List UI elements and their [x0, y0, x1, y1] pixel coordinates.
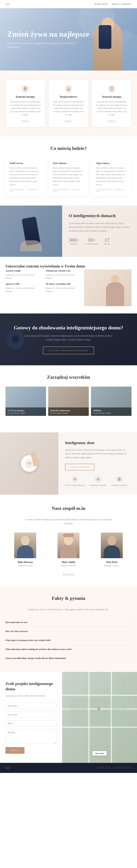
- feature-3-label: Inteligentne aplikacje: [111, 484, 127, 487]
- member-3-role: Interplant Architect: [92, 564, 132, 567]
- road-h-3: [62, 695, 137, 696]
- footer-link-home[interactable]: HOME PAGE: [98, 767, 110, 769]
- about-section: O inteligentnych domach Lorem ipsum dolo…: [0, 206, 137, 257]
- feature-2-label: Zarządzanie centralnie: [90, 484, 106, 487]
- navbar: logo HOME PAGE ABOUT COMPANY: [0, 0, 137, 8]
- ui3-title: Aparat 6,5 MP: [5, 283, 40, 285]
- nav-logo: logo: [5, 3, 10, 5]
- mi1-sub: Ut all an animoc situbel.: [8, 412, 44, 414]
- universal-item-3: Aparat 6,5 MP Sample text. Click to sele…: [5, 283, 40, 293]
- map-label: New York: [92, 751, 107, 755]
- mi2-sub: Ut all an animoc situbel.: [50, 412, 87, 414]
- stat-1-label: Klientów: [69, 243, 79, 245]
- faq-chevron-2: +: [130, 630, 132, 633]
- universal-item-4: 10-calowy wyświetlacz HD Sample text. Cl…: [46, 283, 80, 293]
- see-more-button[interactable]: ZOBACZ WIĘCEJ: [65, 464, 94, 470]
- feature-3-icon: [116, 476, 123, 483]
- form-phone-input[interactable]: [5, 720, 57, 726]
- about-text: Lorem ipsum dolor sit amet, consectetur …: [69, 221, 130, 232]
- card-3-icon: [108, 85, 116, 93]
- t3-text: Proin sed libero enim sed faucibus turpi…: [96, 166, 128, 186]
- product-section: Inteligentny dom Sample text. Click to s…: [0, 432, 137, 495]
- contact-form-side: Zrób projekt inteligentnego domu Sample …: [0, 672, 62, 763]
- t3-name: Olga Ivanova: [96, 162, 128, 165]
- form-message-input[interactable]: [5, 729, 57, 744]
- universal-image: [84, 270, 132, 306]
- nav-home[interactable]: HOME PAGE: [94, 3, 107, 5]
- card-2-text: Duis aute irure dolor in reprehenderit i…: [53, 100, 84, 116]
- product-image: [0, 432, 58, 495]
- map-block-1: [90, 698, 109, 707]
- team-title: Nasz zespół m.in: [5, 506, 132, 511]
- card-1-title: Kontrola dostępu: [9, 95, 41, 98]
- faq-item-2[interactable]: How Are Your Services? +: [5, 627, 132, 636]
- card-1-link[interactable]: WIĘCEJ: [21, 120, 29, 122]
- feature-2-icon: [95, 476, 101, 483]
- svg-rect-11: [119, 480, 120, 480]
- form-submit-button[interactable]: APPLY: [5, 747, 25, 754]
- map-pin: [97, 707, 100, 710]
- cta-button[interactable]: UZYSKAJ BEZPŁATNĄ WYCENĘ: [43, 347, 94, 354]
- ui4-text: Sample text. Click to select the Text El…: [46, 286, 80, 293]
- road-v-1: [88, 672, 90, 763]
- cta-title: Gotowy do zbudowania inteligentniejszego…: [7, 324, 130, 331]
- faq-q4[interactable]: What education and/or training do you ha…: [5, 648, 132, 651]
- feature-2: Zarządzanie centralnie: [90, 476, 106, 487]
- form-email-group: [5, 712, 57, 718]
- hero-content: Zmień żywo na najlepsze Proin sed libero…: [7, 30, 89, 49]
- faq-q5[interactable]: Nam at orci nibh diam. Integer iaculis d…: [5, 657, 132, 660]
- testimonials-row: Shelli Larson Proin sed libero enim sed …: [5, 158, 132, 196]
- form-message-group: [5, 729, 57, 745]
- road-h-2: [62, 726, 137, 728]
- testimonials-section: Co mówią ludzie? Shelli Larson Proin sed…: [0, 136, 137, 206]
- testimonial-3: Olga Ivanova Proin sed libero enim sed f…: [92, 158, 132, 196]
- faq-q5-text: Nam at orci nibh diam. Integer iaculis d…: [5, 657, 66, 660]
- product-text: Sample text. Click to select the Text El…: [65, 448, 130, 459]
- footer-logo: logo: [5, 767, 9, 769]
- faq-item-3[interactable]: What types of customers have you worked …: [5, 636, 132, 645]
- faq-q1[interactable]: How much does it cost? +: [5, 621, 132, 624]
- about-content: O inteligentnych domach Lorem ipsum dolo…: [62, 206, 137, 257]
- team-member-3: Nick Dark Interplant Architect: [92, 533, 132, 567]
- manage-img-1: CCTV na zewnątrz Ut all an animoc sitube…: [5, 386, 46, 416]
- faq-q3[interactable]: What types of customers have you worked …: [5, 639, 132, 642]
- stat-2-label: Lat doświadczenia: [85, 243, 98, 245]
- speaker-center: [12, 336, 19, 343]
- t2-text: Proin sed libero enim sed faucibus turpi…: [53, 166, 84, 186]
- card-3-link[interactable]: WIĘCEJ: [108, 120, 116, 122]
- manage-img-2-label: Kontroler temperatury Ut all an animoc s…: [48, 407, 89, 416]
- ui1-title: Asystent Google: [5, 270, 40, 272]
- testimonials-title: Co mówią ludzie?: [5, 146, 132, 151]
- faq-item-1[interactable]: How much does it cost? +: [5, 618, 132, 627]
- footer-link-about[interactable]: ABOUT COMPANY: [113, 767, 132, 769]
- t1-name: Shelli Larson: [9, 162, 41, 165]
- form-phone-group: [5, 720, 57, 726]
- stat-1-num: 300+: [69, 237, 79, 243]
- stat-3-label: Nagrody: [104, 243, 110, 245]
- nav-about[interactable]: ABOUT COMPANY: [112, 3, 132, 5]
- t3-meta: TOPENDORSEER · 5 CZERWIEC 2024: [96, 189, 128, 192]
- card-2-link[interactable]: WIĘCEJ: [65, 120, 72, 122]
- faq-item-5[interactable]: Nam at orci nibh diam. Integer iaculis d…: [5, 654, 132, 663]
- manage-img-3: TelDisma Ut all an animoc situbel.: [91, 386, 132, 416]
- m3-head: [107, 536, 116, 546]
- form-name-input[interactable]: [5, 703, 57, 709]
- faq-item-4[interactable]: What education and/or training do you ha…: [5, 645, 132, 654]
- mi3-label: TelDisma: [93, 409, 129, 411]
- phone-hero-mockup: [99, 25, 111, 49]
- hero-subtitle: Proin sed libero enim sed. ut aliquam pu…: [7, 41, 77, 49]
- join-link[interactable]: Dołącz z nami: [63, 573, 74, 576]
- faq-list: How much does it cost? + How Are Your Se…: [5, 618, 132, 663]
- faq-q2[interactable]: How Are Your Services? +: [5, 630, 132, 633]
- svg-point-4: [111, 88, 112, 89]
- about-illustration: [0, 206, 62, 257]
- universal-wrapper: Asystent Google Sample text. Click to se…: [5, 270, 132, 306]
- faq-chevron-5: +: [130, 657, 132, 660]
- form-email-input[interactable]: [5, 712, 57, 718]
- universal-item-1: Asystent Google Sample text. Click to se…: [5, 270, 40, 280]
- team-row: Boba Browna Ecommerce Firm Mary Smith Ul…: [5, 533, 132, 567]
- feature-1: Karty we bezpieczeństwed: [65, 476, 85, 487]
- team-subtitle: Ut enim ad minim veniam, quis nostrud ex…: [25, 518, 112, 525]
- card-2-icon: [64, 85, 73, 93]
- cta-section: Gotowy do zbudowania inteligentniejszego…: [0, 313, 137, 365]
